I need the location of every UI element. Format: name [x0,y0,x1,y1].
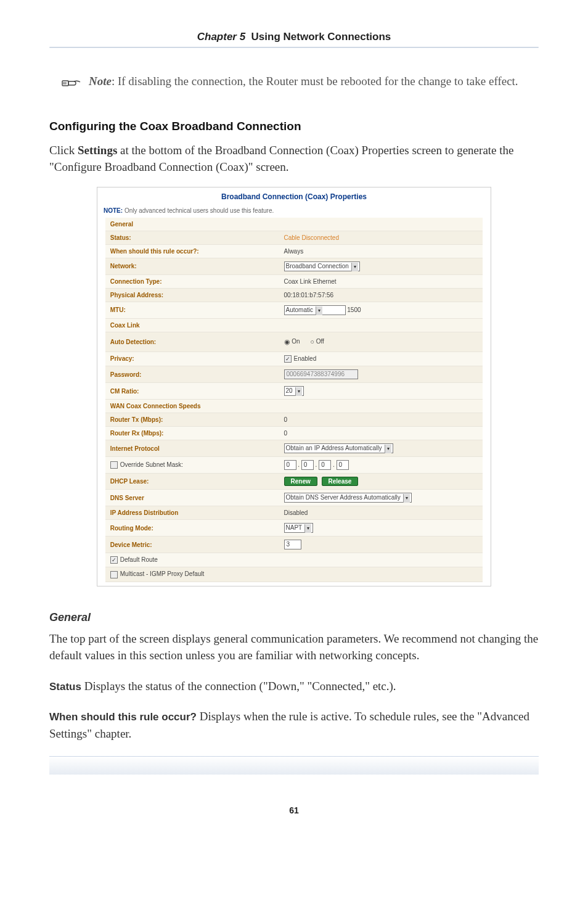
section-general: General [105,218,483,231]
note-body: : If disabling the connection, the Route… [112,75,518,88]
runin-status: Status [49,681,81,693]
label-status: Status: [105,231,279,244]
label-dhcp-lease: DHCP Lease: [105,474,279,490]
rule-paragraph: When should this rule occur? Displays wh… [49,708,539,742]
label-auto-detect: Auto Detection: [105,332,279,352]
section-wan-speeds: WAN Coax Connection Speeds [105,400,483,413]
label-rule: When should this rule occur?: [105,244,279,258]
value-router-rx: 0 [279,427,483,440]
radio-on[interactable]: ◉ On [284,338,300,345]
label-mtu: MTU: [105,302,279,318]
header-divider [49,47,539,48]
status-paragraph: Status Displays the status of the connec… [49,678,539,695]
select-network[interactable]: Broadband Connection▾ [284,261,360,271]
mask-octet-1[interactable]: 0 [284,460,296,470]
value-router-tx: 0 [279,413,483,427]
footer-gradient [49,756,539,775]
label-internet-protocol: Internet Protocol [105,440,279,457]
label-routing-mode: Routing Mode: [105,520,279,537]
note-callout: Note: If disabling the connection, the R… [62,73,539,95]
label-router-tx: Router Tx (Mbps): [105,413,279,427]
select-internet-protocol[interactable]: Obtain an IP Address Automatically▾ [284,443,393,453]
select-cm-ratio[interactable]: 20▾ [284,386,304,396]
value-phys-addr: 00:18:01:b7:57:56 [279,288,483,302]
row-override-mask: Override Subnet Mask: [105,457,279,474]
dialog-note: NOTE: Only advanced technical users shou… [97,205,491,218]
label-multicast: Multicast - IGMP Proxy Default [120,570,205,577]
select-dns-server[interactable]: Obtain DNS Server Address Automatically▾ [284,493,412,503]
section-heading-configure: Configuring the Coax Broadband Connectio… [49,120,539,133]
note-prefix: Note [89,75,112,88]
chapter-title: Using Network Connections [251,31,391,43]
checkbox-multicast[interactable] [110,571,118,578]
label-password: Password: [105,366,279,383]
pointing-hand-icon [62,75,83,95]
value-ip-dist: Disabled [279,506,483,520]
value-rule: Always [279,244,483,258]
label-dns-server: DNS Server [105,490,279,506]
page-number: 61 [49,805,539,815]
subhead-general: General [49,611,539,624]
chapter-label: Chapter 5 [197,31,245,43]
section-coax-link: Coax Link [105,318,483,332]
chapter-header: Chapter 5 Using Network Connections [49,31,539,43]
label-ip-dist: IP Address Distribution [105,506,279,520]
general-paragraph: The top part of the screen displays gene… [49,630,539,664]
mask-octet-3[interactable]: 0 [319,460,331,470]
input-password[interactable]: 00066947388374996 [284,369,358,379]
label-network: Network: [105,258,279,274]
runin-rule: When should this rule occur? [49,711,197,723]
checkbox-privacy[interactable]: ✓ [284,355,292,363]
label-conn-type: Connection Type: [105,274,279,288]
dialog-title: Broadband Connection (Coax) Properties [97,187,491,205]
value-conn-type: Coax Link Ethernet [279,274,483,288]
label-router-rx: Router Rx (Mbps): [105,427,279,440]
input-device-metric[interactable]: 3 [284,540,301,549]
label-cm-ratio: CM Ratio: [105,383,279,400]
checkbox-override-mask[interactable] [110,461,118,469]
label-phys-addr: Physical Address: [105,288,279,302]
value-status: Cable Disconnected [284,234,340,241]
release-button[interactable]: Release [322,477,359,486]
value-mtu-number: 1500 [347,306,361,313]
mask-octet-2[interactable]: 0 [301,460,314,470]
label-privacy: Privacy: [105,352,279,366]
label-device-metric: Device Metric: [105,537,279,553]
label-default-route: Default Route [120,556,158,563]
properties-dialog: Broadband Connection (Coax) Properties N… [97,187,491,586]
renew-button[interactable]: Renew [284,477,317,486]
checkbox-default-route[interactable]: ✓ [110,556,118,564]
radio-off[interactable]: ○ Off [310,338,324,345]
section1-paragraph: Click Settings at the bottom of the Broa… [49,142,539,176]
select-mtu[interactable]: Automatic▾ [284,305,346,315]
select-routing-mode[interactable]: NAPT▾ [284,523,314,533]
mask-octet-4[interactable]: 0 [337,460,349,470]
